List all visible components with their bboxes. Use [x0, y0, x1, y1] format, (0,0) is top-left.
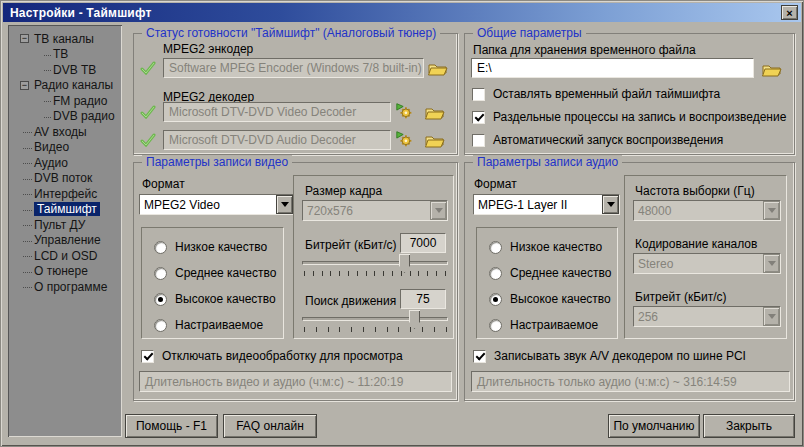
sidebar-item-remote[interactable]: Пульт ДУ [8, 217, 122, 233]
audio-bitrate-select: 256 [633, 306, 781, 327]
group-title: Параметры записи аудио [473, 155, 622, 169]
group-general-params: Общие параметры Папка для хранения време… [464, 33, 795, 155]
video-quality-low-radio[interactable]: Низкое качество [154, 240, 267, 254]
help-button[interactable]: Помощь - F1 [125, 414, 218, 438]
encoder-browse-folder-icon[interactable] [427, 58, 449, 78]
frame-size-label: Размер кадра [305, 184, 382, 198]
radio-circle[interactable] [154, 241, 167, 254]
temp-folder-input[interactable]: E:\ [471, 58, 754, 78]
sidebar-item-dvb-tv[interactable]: DVB ТВ [8, 62, 122, 78]
radio-circle[interactable] [489, 293, 502, 306]
video-decoder-browse-folder-icon[interactable] [424, 102, 446, 122]
sample-rate-select: 48000 [633, 200, 781, 221]
audio-encoding-frame: Частота выборки (Гц) 48000 Кодирование к… [624, 175, 787, 339]
chevron-down-icon [763, 307, 780, 326]
video-encoding-frame: Размер кадра 720x576 Битрейт (кБит/с) 70… [293, 175, 454, 339]
sidebar-item-about-tuner[interactable]: О тюнере [8, 264, 122, 280]
video-quality-custom-radio[interactable]: Настраиваемое [154, 318, 263, 332]
auto-playback-checkbox[interactable]: Автоматический запуск воспроизведения [472, 133, 723, 147]
title-bar[interactable]: Настройки - Таймшифт × [3, 3, 801, 22]
sidebar-item-audio[interactable]: Аудио [8, 155, 122, 171]
audio-decoder-browse-folder-icon[interactable] [424, 130, 446, 150]
video-format-label: Формат [142, 177, 185, 191]
radio-circle[interactable] [154, 319, 167, 332]
video-bitrate-value: 7000 [400, 233, 446, 253]
video-bitrate-slider[interactable] [302, 261, 448, 265]
temp-folder-browse-folder-icon[interactable] [761, 59, 783, 79]
frame-size-select: 720x576 [302, 200, 448, 221]
radio-circle[interactable] [489, 241, 502, 254]
audio-quality-high-radio[interactable]: Высокое качество [489, 292, 611, 306]
motion-search-value: 75 [400, 289, 446, 309]
keep-temp-file-checkbox[interactable]: Оставлять временный файл таймшифта [472, 87, 720, 101]
sidebar-item-fm-radio[interactable]: FM радио [8, 93, 122, 109]
settings-category-tree: −ТВ каналы ТВ DVB ТВ −Радио каналы FM ра… [8, 25, 122, 437]
sidebar-item-av-inputs[interactable]: AV входы [8, 124, 122, 140]
chevron-down-icon [763, 254, 780, 273]
slider-ticks [304, 327, 447, 332]
encoder-ok-check-icon [137, 58, 159, 78]
sidebar-item-tv-channels[interactable]: −ТВ каналы [8, 31, 122, 47]
group-video-params: Параметры записи видео Формат MPEG2 Vide… [133, 162, 458, 401]
radio-circle[interactable] [154, 267, 167, 280]
sidebar-item-radio-channels[interactable]: −Радио каналы [8, 78, 122, 94]
audio-quality-low-radio[interactable]: Низкое качество [489, 240, 602, 254]
checkbox-box[interactable] [473, 350, 486, 363]
sample-rate-label: Частота выборки (Гц) [635, 184, 755, 198]
checkbox-box[interactable] [472, 111, 485, 124]
video-decoder-properties-gears-icon[interactable] [394, 101, 416, 121]
group-title: Общие параметры [473, 26, 586, 40]
group-audio-params: Параметры записи аудио Формат MPEG-1 Lay… [464, 162, 795, 401]
audio-duration-field: Длительность только аудио (ч:м:с) ~ 316:… [471, 371, 790, 392]
record-pci-audio-checkbox[interactable]: Записывать звук A/V декодером по шине PC… [473, 349, 746, 363]
sidebar-item-timeshift[interactable]: Таймшифт [8, 202, 122, 218]
video-duration-field: Длительность видео и аудио (ч:м:с) ~ 11:… [139, 371, 452, 392]
close-icon[interactable]: × [781, 5, 798, 20]
radio-circle[interactable] [489, 319, 502, 332]
sidebar-item-interface[interactable]: Интерфейс [8, 186, 122, 202]
video-decoder-field: Microsoft DTV-DVD Video Decoder [163, 102, 391, 122]
chevron-down-icon [430, 201, 447, 220]
sidebar-item-video[interactable]: Видео [8, 140, 122, 156]
radio-circle[interactable] [489, 267, 502, 280]
checkbox-box[interactable] [141, 350, 154, 363]
motion-search-slider[interactable] [302, 317, 448, 321]
faq-online-button[interactable]: FAQ онлайн [223, 414, 317, 438]
video-quality-high-radio[interactable]: Высокое качество [154, 292, 276, 306]
video-format-select[interactable]: MPEG2 Video [139, 194, 294, 215]
group-title: Параметры записи видео [142, 155, 292, 169]
sidebar-item-control[interactable]: Управление [8, 233, 122, 249]
audio-decoder-properties-gears-icon[interactable] [394, 129, 416, 149]
close-button[interactable]: Закрыть [703, 414, 795, 438]
channel-coding-select: Stereo [633, 253, 781, 274]
slider-ticks [304, 271, 447, 276]
temp-folder-label: Папка для хранения временного файла [473, 43, 696, 57]
audio-bitrate-label: Битрейт (кБит/с) [635, 290, 727, 304]
audio-format-select[interactable]: MPEG-1 Layer II [473, 194, 620, 215]
channel-coding-label: Кодирование каналов [635, 237, 757, 251]
sidebar-item-tv[interactable]: ТВ [8, 47, 122, 63]
collapse-icon[interactable]: − [20, 81, 29, 90]
video-quality-medium-radio[interactable]: Среднее качество [154, 266, 276, 280]
defaults-button[interactable]: По умолчанию [608, 414, 700, 438]
chevron-down-icon[interactable] [276, 195, 293, 214]
audio-quality-medium-radio[interactable]: Среднее качество [489, 266, 611, 280]
disable-video-processing-checkbox[interactable]: Отключать видеообработку для просмотра [141, 349, 403, 363]
checkbox-box[interactable] [472, 88, 485, 101]
sidebar-item-dvb-stream[interactable]: DVB поток [8, 171, 122, 187]
chevron-down-icon[interactable] [602, 195, 619, 214]
sidebar-item-about-program[interactable]: О программе [8, 279, 122, 295]
checkbox-box[interactable] [472, 134, 485, 147]
video-bitrate-label: Битрейт (кБит/с) [305, 238, 397, 252]
audio-quality-custom-radio[interactable]: Настраиваемое [489, 318, 598, 332]
window-title: Настройки - Таймшифт [10, 6, 152, 20]
sidebar-item-dvb-radio[interactable]: DVB радио [8, 109, 122, 125]
separate-processes-checkbox[interactable]: Раздельные процессы на запись и воспроиз… [472, 110, 786, 124]
motion-search-label: Поиск движения [305, 294, 396, 308]
sidebar-item-lcd-osd[interactable]: LCD и OSD [8, 248, 122, 264]
collapse-icon[interactable]: − [20, 34, 29, 43]
video-quality-frame: Низкое качество Среднее качество Высокое… [141, 227, 284, 339]
audio-format-label: Формат [474, 177, 517, 191]
group-title: Статус готовности "Таймшифт" (Аналоговый… [142, 26, 440, 40]
radio-circle[interactable] [154, 293, 167, 306]
